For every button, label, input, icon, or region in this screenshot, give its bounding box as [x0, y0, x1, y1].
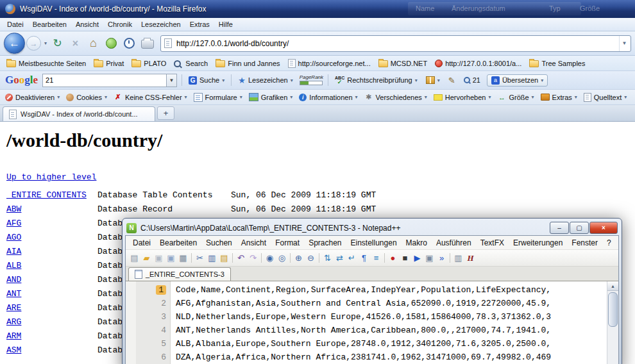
- webdev-formulare[interactable]: Formulare▾: [190, 92, 246, 103]
- npp-menu-erweiterungen[interactable]: Erweiterungen: [509, 237, 567, 249]
- directory-link[interactable]: ANT: [6, 287, 97, 301]
- webdev-deaktivieren[interactable]: Deaktivieren▾: [2, 92, 63, 103]
- directory-link[interactable]: ABW: [6, 203, 97, 217]
- save-icon[interactable]: ▣: [153, 252, 165, 264]
- directory-link[interactable]: ASM: [6, 343, 97, 358]
- npp-menu-[interactable]: ?: [602, 237, 616, 249]
- npp-code[interactable]: Code,Name,Continent,Region,SurfaceArea,I…: [171, 281, 607, 364]
- paste-icon[interactable]: ▤: [218, 252, 230, 264]
- directory-link[interactable]: _ENTIRE_CONTENTS: [6, 188, 97, 203]
- npp-menu-einstellungen[interactable]: Einstellungen: [346, 237, 402, 249]
- forward-button[interactable]: →: [26, 36, 41, 51]
- bookmark-meistbesuchte-seiten[interactable]: Meistbesuchte Seiten: [3, 58, 90, 69]
- npp-menu-bearbeiten[interactable]: Bearbeiten: [155, 237, 201, 249]
- webdev-grafiken[interactable]: Grafiken▾: [246, 92, 296, 103]
- scrollbar-thumb[interactable]: [608, 292, 618, 327]
- sendto-button[interactable]: ▾: [424, 75, 442, 85]
- webdev-quelltext[interactable]: Quelltext▾: [580, 92, 630, 103]
- show-all-characters-icon[interactable]: ¶: [358, 252, 370, 264]
- directory-link[interactable]: ARG: [6, 315, 97, 329]
- url-dropdown-icon[interactable]: ▼: [619, 36, 629, 51]
- npp-document-tab[interactable]: _ENTIRE_CONTENTS-3: [128, 267, 231, 281]
- search-dropdown-icon[interactable]: ▼: [166, 74, 176, 87]
- firefox-menu-bearbeiten[interactable]: Bearbeiten: [28, 19, 71, 29]
- zoom-out-icon[interactable]: ⊖: [305, 252, 317, 264]
- webdev-verschiedenes[interactable]: ✱Verschiedenes▾: [361, 92, 430, 103]
- copy-icon[interactable]: ▥: [206, 252, 218, 264]
- notepad-window[interactable]: N C:\Users\Martin\AppData\Local\Temp\_EN…: [122, 218, 622, 364]
- webdev-cookies[interactable]: Cookies▾: [63, 92, 110, 103]
- bookmark-search[interactable]: Search: [170, 58, 212, 69]
- bookmark-plato[interactable]: PLATO: [128, 58, 170, 69]
- google-search-box[interactable]: ▼: [42, 74, 177, 87]
- close-button[interactable]: ×: [589, 222, 618, 234]
- bookmark-finn-und-jannes[interactable]: Finn und Jannes: [212, 58, 284, 69]
- directory-link[interactable]: AND: [6, 273, 97, 287]
- bookmark-tree-samples[interactable]: Tree Samples: [525, 58, 589, 69]
- webdev-extras[interactable]: Extras▾: [538, 92, 580, 103]
- sync-vertical-scroll-icon[interactable]: ⇅: [321, 252, 334, 264]
- bookmark-mcsd-net[interactable]: MCSD.NET: [375, 58, 431, 69]
- redo-icon[interactable]: ↷: [247, 252, 259, 264]
- google-search-button[interactable]: G Suche ▾: [187, 75, 226, 86]
- doc-switcher-icon[interactable]: ▥: [452, 252, 464, 264]
- find-replace-icon[interactable]: ◎: [276, 252, 288, 264]
- tab-wsgidav[interactable]: WsgiDAV - Index of /world-db/count...: [3, 106, 155, 121]
- directory-link[interactable]: ARE: [6, 301, 97, 315]
- npp-menu-datei[interactable]: Datei: [128, 237, 155, 249]
- npp-menu-ausf-hren[interactable]: Ausführen: [432, 237, 476, 249]
- npp-menu-format[interactable]: Format: [271, 237, 304, 249]
- vertical-scrollbar[interactable]: ▲: [607, 281, 618, 364]
- npp-menu-textfx[interactable]: TextFX: [476, 237, 509, 249]
- save-all-icon[interactable]: ▣: [165, 252, 177, 264]
- firefox-menu-lesezeichen[interactable]: Lesezeichen: [137, 19, 185, 29]
- directory-link[interactable]: ARM: [6, 329, 97, 343]
- record-macro-icon[interactable]: ●: [387, 252, 399, 264]
- home-icon[interactable]: ⌂: [86, 36, 101, 51]
- run-macro-multiple-icon[interactable]: »: [436, 252, 448, 264]
- print-button[interactable]: [140, 36, 155, 51]
- print-icon[interactable]: ▦: [177, 252, 189, 264]
- url-bar[interactable]: ▼: [160, 35, 631, 52]
- firefox-menu-hilfe[interactable]: Hilfe: [214, 19, 237, 29]
- refresh-icon[interactable]: ↻: [50, 36, 65, 51]
- webdev-gr-e[interactable]: ↔Größe▾: [494, 92, 537, 103]
- directory-link[interactable]: AFG: [6, 217, 97, 231]
- translate-button[interactable]: a Übersetzen ▾: [487, 74, 548, 87]
- webdev-informationen[interactable]: iInformationen▾: [296, 92, 360, 103]
- history-button[interactable]: [122, 36, 137, 51]
- doc-close-button[interactable]: X: [616, 237, 619, 249]
- directory-link[interactable]: AGO: [6, 231, 97, 245]
- webdev-hervorheben[interactable]: Hervorheben▾: [430, 92, 495, 103]
- google-search-input[interactable]: [43, 74, 166, 87]
- webdev-keine-css-fehler[interactable]: ✗Keine CSS-Fehler▾: [110, 92, 190, 103]
- new-tab-button[interactable]: +: [157, 106, 174, 120]
- cut-icon[interactable]: ✂: [194, 252, 206, 264]
- directory-link[interactable]: ALB: [6, 259, 97, 273]
- firefox-menu-datei[interactable]: Datei: [3, 19, 28, 29]
- npp-menu-makro[interactable]: Makro: [402, 237, 432, 249]
- bookmark-http-sourceforge-net[interactable]: http://sourceforge.net...: [284, 58, 375, 69]
- stop-icon[interactable]: ×: [68, 36, 83, 51]
- notepad-titlebar[interactable]: N C:\Users\Martin\AppData\Local\Temp\_EN…: [125, 220, 619, 235]
- npp-menu-sprachen[interactable]: Sprachen: [304, 237, 346, 249]
- pagerank-widget[interactable]: PageRank: [300, 75, 323, 85]
- bookmark-privat[interactable]: Privat: [90, 58, 128, 69]
- npp-menu-suchen[interactable]: Suchen: [201, 237, 237, 249]
- back-button[interactable]: ←: [4, 33, 25, 54]
- minimize-button[interactable]: –: [550, 222, 569, 234]
- find-icon[interactable]: ◉: [264, 252, 276, 264]
- maximize-button[interactable]: ▢: [570, 222, 589, 234]
- firefox-menu-ansicht[interactable]: Ansicht: [71, 19, 103, 29]
- open-folder-icon[interactable]: ▰: [140, 252, 153, 264]
- directory-link[interactable]: AIA: [6, 245, 97, 259]
- scroll-up-icon[interactable]: ▲: [607, 281, 618, 291]
- play-macro-icon[interactable]: ▶: [411, 252, 423, 264]
- search-hits-widget[interactable]: 21: [462, 75, 482, 85]
- firefox-menu-chronik[interactable]: Chronik: [103, 19, 137, 29]
- stop-macro-icon[interactable]: ■: [399, 252, 411, 264]
- history-dropdown-icon[interactable]: ▾: [44, 40, 47, 46]
- firefox-menu-extras[interactable]: Extras: [185, 19, 214, 29]
- feed-button[interactable]: [104, 36, 119, 51]
- npp-menu-ansicht[interactable]: Ansicht: [237, 237, 271, 249]
